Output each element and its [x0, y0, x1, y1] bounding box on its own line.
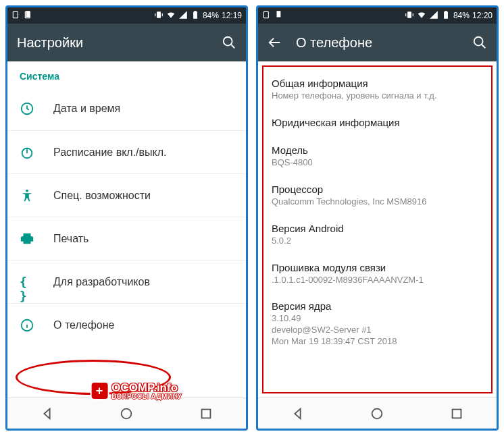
item-label: Для разработчиков — [53, 276, 150, 288]
nav-home-icon[interactable] — [119, 406, 134, 421]
svg-rect-13 — [263, 11, 268, 18]
nav-back-icon[interactable] — [40, 406, 55, 421]
section-header: Система — [7, 61, 246, 87]
search-icon[interactable] — [472, 35, 487, 50]
about-phone-screen: 84% 12:20 О телефоне Общая информация Но… — [256, 5, 499, 431]
signal-icon — [429, 10, 438, 22]
detail-model[interactable]: Модель BQS-4800 — [270, 138, 484, 177]
clock-icon — [20, 101, 34, 116]
detail-sub: Номер телефона, уровень сигнала и т.д. — [272, 90, 483, 102]
item-date-time[interactable]: Дата и время — [7, 87, 246, 130]
svg-rect-0 — [13, 11, 18, 18]
page-title: Настройки — [17, 35, 208, 51]
navigation-bar — [7, 398, 246, 429]
svg-rect-17 — [445, 11, 447, 12]
nav-home-icon[interactable] — [370, 406, 384, 421]
detail-sub: 3.10.49 develop@SW2-Server #1 Mon Mar 19… — [272, 313, 483, 348]
detail-baseband[interactable]: Прошивка модуля связи .1.0.1.c1-00092-M8… — [270, 255, 484, 294]
detail-processor[interactable]: Процессор Qualcomm Technologies, Inc MSM… — [270, 177, 484, 216]
settings-screen: 84% 12:19 Настройки Система Дата и время… — [5, 5, 248, 431]
nav-recent-icon[interactable] — [449, 406, 464, 421]
battery-icon — [191, 10, 200, 22]
status-time: 12:20 — [472, 11, 493, 20]
vibrate-icon — [154, 10, 163, 22]
about-phone-list: Общая информация Номер телефона, уровень… — [258, 61, 497, 398]
detail-title: Версия ядра — [272, 300, 483, 312]
svg-rect-3 — [157, 11, 161, 18]
detail-title: Прошивка модуля связи — [272, 262, 483, 273]
signal-icon — [178, 10, 188, 22]
navigation-bar — [258, 398, 497, 429]
detail-sub: .1.0.1.c1-00092-M8936FAAAANVZM-1 — [272, 275, 483, 286]
svg-point-19 — [372, 408, 382, 418]
detail-legal-info[interactable]: Юридическая информация — [270, 110, 484, 138]
vibrate-icon — [405, 10, 414, 22]
detail-title: Общая информация — [272, 78, 483, 89]
settings-list: Система Дата и время Расписание вкл./вык… — [7, 61, 246, 398]
svg-point-9 — [26, 189, 28, 192]
battery-pct: 84% — [203, 11, 219, 20]
app-bar: О телефоне — [258, 24, 497, 61]
search-icon[interactable] — [222, 35, 236, 50]
status-icon-left — [262, 10, 272, 22]
item-label: Спец. возможности — [53, 190, 151, 202]
nav-recent-icon[interactable] — [199, 406, 213, 421]
svg-point-6 — [224, 37, 232, 46]
battery-pct: 84% — [453, 11, 470, 20]
svg-rect-16 — [444, 11, 448, 18]
detail-sub: Qualcomm Technologies, Inc MSM8916 — [272, 196, 483, 208]
status-bar: 84% 12:20 — [258, 7, 497, 24]
item-about-phone[interactable]: О телефоне — [7, 303, 246, 346]
accessibility-icon — [20, 188, 34, 203]
wifi-icon — [417, 10, 426, 22]
svg-rect-12 — [202, 409, 211, 418]
item-label: Расписание вкл./выкл. — [53, 146, 167, 159]
svg-point-18 — [474, 37, 483, 46]
status-icon-left2 — [24, 10, 33, 22]
app-bar: Настройки — [7, 24, 246, 61]
nav-back-icon[interactable] — [291, 406, 305, 421]
braces-icon: { } — [20, 275, 34, 290]
wifi-icon — [166, 10, 176, 22]
svg-rect-5 — [194, 11, 197, 12]
page-title: О телефоне — [296, 35, 459, 51]
detail-title: Модель — [272, 144, 483, 156]
battery-icon — [441, 10, 451, 22]
svg-rect-2 — [26, 11, 30, 17]
item-accessibility[interactable]: Спец. возможности — [7, 173, 246, 217]
item-print[interactable]: Печать — [7, 217, 246, 260]
svg-rect-15 — [407, 11, 411, 18]
status-icon-left2 — [274, 10, 284, 22]
detail-sub: 5.0.2 — [272, 236, 483, 247]
detail-android-version[interactable]: Версия Android 5.0.2 — [270, 216, 484, 255]
svg-rect-20 — [453, 409, 461, 418]
info-icon — [20, 318, 34, 333]
svg-rect-4 — [193, 11, 197, 18]
annotation-box: Общая информация Номер телефона, уровень… — [262, 65, 493, 393]
detail-title: Юридическая информация — [272, 117, 483, 128]
detail-kernel[interactable]: Версия ядра 3.10.49 develop@SW2-Server #… — [270, 294, 484, 356]
item-label: О телефоне — [53, 319, 114, 331]
detail-sub: BQS-4800 — [272, 157, 483, 169]
back-icon[interactable] — [268, 35, 282, 50]
item-label: Дата и время — [53, 103, 120, 115]
item-power-schedule[interactable]: Расписание вкл./выкл. — [7, 130, 246, 173]
item-label: Печать — [53, 233, 89, 245]
status-time: 12:19 — [222, 11, 242, 20]
svg-rect-14 — [277, 11, 281, 17]
print-icon — [20, 231, 34, 246]
status-bar: 84% 12:19 — [7, 7, 246, 24]
svg-point-11 — [122, 408, 132, 418]
detail-title: Версия Android — [272, 223, 483, 234]
power-icon — [20, 145, 34, 160]
item-developer[interactable]: { } Для разработчиков — [7, 260, 246, 303]
detail-general-info[interactable]: Общая информация Номер телефона, уровень… — [270, 71, 484, 110]
status-icon-left — [11, 10, 21, 22]
detail-title: Процессор — [272, 184, 483, 195]
